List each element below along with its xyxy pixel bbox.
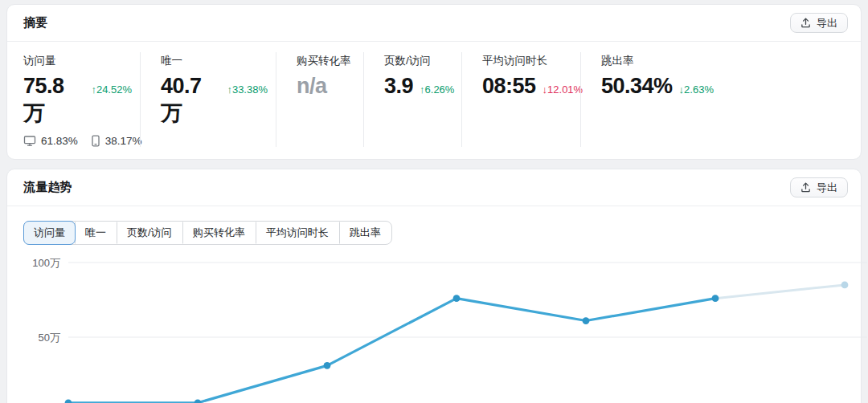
analytics-page: 摘要 导出 访问量75.8万↑24.52%61.83%38.17%唯一40.7万…	[0, 0, 868, 403]
metric-pages-per-visit: 页数/访问3.9↑6.26%	[363, 52, 461, 147]
metric-label: 平均访问时长	[482, 54, 572, 68]
device-share-item: 38.17%	[91, 135, 142, 147]
metric-delta: ↑6.26%	[420, 83, 454, 96]
metric-value: 08:55	[482, 74, 536, 99]
trend-card-body: 访问量唯一页数/访问购买转化率平均访问时长跳出率 050万100万2025年9月…	[7, 206, 861, 403]
metric-visits: 访问量75.8万↑24.52%61.83%38.17%	[7, 52, 140, 147]
tab-avg-visit-duration[interactable]: 平均访问时长	[256, 222, 339, 244]
metric-value: 75.8万	[23, 74, 84, 128]
metric-label: 唯一	[161, 54, 268, 68]
device-share-item: 61.83%	[23, 135, 78, 147]
desktop-icon	[23, 135, 36, 147]
metric-delta: ↓12.01%	[542, 83, 583, 96]
tab-bounce-rate[interactable]: 跳出率	[339, 222, 391, 244]
trend-line-projected	[715, 285, 845, 299]
device-share-value: 61.83%	[41, 135, 78, 147]
metric-value: 50.34%	[601, 74, 673, 99]
traffic-trend-card: 流量趋势 导出 访问量唯一页数/访问购买转化率平均访问时长跳出率 050万100…	[6, 169, 862, 403]
data-point[interactable]	[583, 317, 590, 324]
metric-value: n/a	[297, 74, 327, 99]
metric-label: 跳出率	[601, 54, 853, 68]
y-tick-label: 100万	[32, 257, 60, 269]
summary-metrics-row: 访问量75.8万↑24.52%61.83%38.17%唯一40.7万↑33.38…	[7, 42, 861, 159]
metric-bounce-rate: 跳出率50.34%↓2.63%	[580, 52, 861, 147]
metric-value: 3.9	[384, 74, 413, 99]
data-point[interactable]	[453, 295, 461, 302]
export-label: 导出	[817, 18, 837, 28]
upload-icon	[800, 18, 811, 28]
metric-avg-visit-duration: 平均访问时长08:55↓12.01%	[461, 52, 580, 147]
trend-card-header: 流量趋势 导出	[7, 169, 861, 206]
metric-label: 访问量	[23, 54, 132, 68]
trend-line	[68, 299, 715, 403]
mobile-icon	[91, 135, 100, 147]
data-point[interactable]	[712, 295, 719, 302]
metric-delta: ↓2.63%	[679, 83, 714, 96]
upload-icon	[800, 182, 811, 193]
line-chart-svg: 050万100万2025年9月2025年10月2025年11月2025年12月2…	[23, 251, 868, 403]
metric-unique: 唯一40.7万↑33.38%	[140, 52, 276, 147]
trend-title: 流量趋势	[23, 180, 72, 195]
export-label: 导出	[817, 182, 837, 193]
traffic-trend-chart: 050万100万2025年9月2025年10月2025年11月2025年12月2…	[23, 251, 845, 403]
metric-tabs: 访问量唯一页数/访问购买转化率平均访问时长跳出率	[23, 221, 392, 245]
device-split: 61.83%38.17%	[23, 135, 132, 147]
tab-visits[interactable]: 访问量	[23, 221, 76, 245]
metric-value: 40.7万	[161, 74, 220, 128]
metric-label: 页数/访问	[384, 54, 453, 68]
summary-card-header: 摘要 导出	[7, 5, 861, 42]
metric-delta: ↑24.52%	[91, 83, 132, 96]
data-point[interactable]	[841, 282, 849, 289]
data-point[interactable]	[324, 362, 331, 369]
tab-purchase-conversion[interactable]: 购买转化率	[182, 222, 256, 244]
tab-pages-per-visit[interactable]: 页数/访问	[117, 222, 182, 244]
metric-purchase-conversion: 购买转化率n/a	[276, 52, 363, 147]
device-share-value: 38.17%	[105, 135, 142, 147]
metric-delta: ↑33.38%	[227, 83, 268, 96]
summary-title: 摘要	[23, 15, 47, 31]
summary-card: 摘要 导出 访问量75.8万↑24.52%61.83%38.17%唯一40.7万…	[6, 4, 862, 160]
data-point[interactable]	[194, 399, 202, 403]
tab-unique[interactable]: 唯一	[75, 222, 117, 244]
data-point[interactable]	[65, 399, 72, 403]
summary-export-button[interactable]: 导出	[790, 13, 848, 33]
y-tick-label: 50万	[39, 332, 60, 344]
trend-export-button[interactable]: 导出	[790, 177, 848, 197]
metric-label: 购买转化率	[297, 54, 355, 68]
